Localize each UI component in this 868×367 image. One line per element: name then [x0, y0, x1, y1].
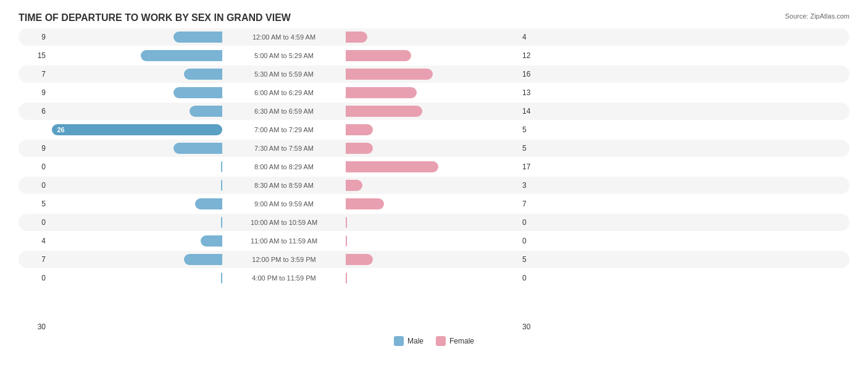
female-legend-box — [436, 336, 446, 346]
time-label: 5:30 AM to 5:59 AM — [222, 70, 346, 78]
time-label: 6:30 AM to 6:59 AM — [222, 108, 346, 115]
time-label: 8:00 AM to 8:29 AM — [222, 163, 346, 171]
female-value: 5 — [519, 255, 549, 264]
male-value: 0 — [19, 218, 49, 227]
female-value: 0 — [519, 274, 549, 282]
table-row: 7 5:30 AM to 5:59 AM 16 — [19, 65, 849, 83]
time-label: 7:30 AM to 7:59 AM — [222, 145, 346, 152]
female-value: 0 — [519, 218, 549, 227]
female-value: 3 — [519, 181, 549, 190]
axis-right-value: 30 — [519, 323, 549, 331]
source-text: Source: ZipAtlas.com — [785, 12, 849, 20]
axis-left-value: 30 — [19, 323, 49, 331]
legend-male: Male — [394, 336, 424, 346]
table-row: 7 12:00 PM to 3:59 PM 5 — [19, 251, 849, 268]
table-row: 0 10:00 AM to 10:59 AM 0 — [19, 214, 849, 231]
male-value: 9 — [19, 88, 49, 97]
time-label: 12:00 PM to 3:59 PM — [222, 256, 346, 263]
female-value: 5 — [519, 125, 549, 134]
table-row: 0 8:00 AM to 8:29 AM 17 — [19, 158, 849, 175]
female-value: 4 — [519, 33, 549, 41]
female-value: 0 — [519, 237, 549, 245]
female-value: 12 — [519, 51, 549, 60]
chart-container: TIME OF DEPARTURE TO WORK BY SEX IN GRAN… — [0, 0, 868, 367]
table-row: 26 7:00 AM to 7:29 AM 5 — [19, 121, 849, 138]
male-value: 0 — [19, 181, 49, 190]
time-label: 9:00 AM to 9:59 AM — [222, 200, 346, 208]
male-value: 6 — [19, 107, 49, 116]
time-label: 5:00 AM to 5:29 AM — [222, 52, 346, 59]
table-row: 9 6:00 AM to 6:29 AM 13 — [19, 84, 849, 101]
table-row: 4 11:00 AM to 11:59 AM 0 — [19, 232, 849, 250]
female-value: 14 — [519, 107, 549, 116]
table-row: 9 12:00 AM to 4:59 AM 4 — [19, 28, 849, 46]
male-value: 7 — [19, 70, 49, 78]
female-value: 5 — [519, 144, 549, 153]
table-row: 0 4:00 PM to 11:59 PM 0 — [19, 269, 849, 287]
male-value: 0 — [19, 274, 49, 282]
time-label: 7:00 AM to 7:29 AM — [222, 126, 346, 133]
table-row: 0 8:30 AM to 8:59 AM 3 — [19, 177, 849, 194]
table-row: 9 7:30 AM to 7:59 AM 5 — [19, 140, 849, 157]
table-row: 5 9:00 AM to 9:59 AM 7 — [19, 195, 849, 213]
male-value: 5 — [19, 200, 49, 208]
table-row: 6 6:30 AM to 6:59 AM 14 — [19, 103, 849, 120]
male-value: 4 — [19, 237, 49, 245]
male-value: 9 — [19, 33, 49, 41]
female-value: 16 — [519, 70, 549, 78]
time-label: 4:00 PM to 11:59 PM — [222, 274, 346, 282]
table-row: 15 5:00 AM to 5:29 AM 12 — [19, 47, 849, 64]
female-legend-label: Female — [449, 337, 474, 345]
legend-female: Female — [436, 336, 474, 346]
male-value: 7 — [19, 255, 49, 264]
time-label: 8:30 AM to 8:59 AM — [222, 182, 346, 189]
time-label: 10:00 AM to 10:59 AM — [222, 219, 346, 226]
time-label: 11:00 AM to 11:59 AM — [222, 237, 346, 245]
male-legend-box — [394, 336, 404, 346]
female-value: 7 — [519, 200, 549, 208]
female-value: 13 — [519, 88, 549, 97]
male-value: 15 — [19, 51, 49, 60]
legend: Male Female — [19, 336, 849, 346]
female-value: 17 — [519, 162, 549, 171]
time-label: 12:00 AM to 4:59 AM — [222, 33, 346, 41]
time-label: 6:00 AM to 6:29 AM — [222, 89, 346, 96]
axis-row: 30 30 — [19, 323, 849, 331]
male-value: 0 — [19, 162, 49, 171]
male-value: 9 — [19, 144, 49, 153]
chart-title: TIME OF DEPARTURE TO WORK BY SEX IN GRAN… — [19, 12, 849, 23]
male-legend-label: Male — [407, 337, 424, 345]
chart-area: 9 12:00 AM to 4:59 AM 4 15 5:00 AM to 5:… — [19, 28, 849, 319]
